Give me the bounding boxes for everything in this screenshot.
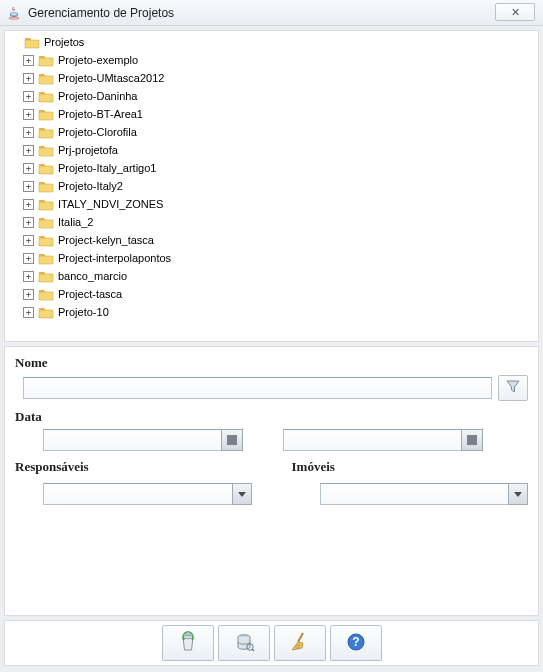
- expander-icon[interactable]: +: [23, 55, 34, 66]
- expander-icon[interactable]: +: [23, 235, 34, 246]
- tree-node-label: Projeto-exemplo: [58, 54, 138, 66]
- chevron-down-icon: [238, 492, 246, 497]
- svg-point-1: [9, 17, 19, 19]
- tree-node[interactable]: +Projeto-Daninha: [9, 87, 534, 105]
- folder-icon: [38, 197, 54, 211]
- expander-icon[interactable]: +: [23, 145, 34, 156]
- tree-node-label: banco_marcio: [58, 270, 127, 282]
- window-title: Gerenciamento de Projetos: [28, 6, 174, 20]
- folder-icon: [38, 107, 54, 121]
- expander-icon[interactable]: +: [23, 181, 34, 192]
- tree-node-label: Projeto-UMtasca2012: [58, 72, 164, 84]
- tree-node-label: Projeto-BT-Area1: [58, 108, 143, 120]
- recycle-bin-icon: [177, 631, 199, 655]
- imoveis-dropdown-button[interactable]: [508, 483, 528, 505]
- database-button[interactable]: [218, 625, 270, 661]
- folder-icon: [38, 71, 54, 85]
- java-icon: [6, 5, 22, 21]
- folder-icon: [38, 179, 54, 193]
- expander-icon[interactable]: +: [23, 91, 34, 102]
- tree-node-label: Projeto-Clorofila: [58, 126, 137, 138]
- folder-icon: [38, 89, 54, 103]
- database-icon: [233, 631, 255, 655]
- tree-node[interactable]: +Projeto-UMtasca2012: [9, 69, 534, 87]
- clear-button[interactable]: [274, 625, 326, 661]
- folder-icon: [24, 35, 40, 49]
- label-nome: Nome: [15, 355, 528, 371]
- tree-node[interactable]: +Projeto-Italy2: [9, 177, 534, 195]
- date-from-picker-button[interactable]: [221, 429, 243, 451]
- broom-icon: [289, 631, 311, 655]
- title-bar: Gerenciamento de Projetos ✕: [0, 0, 543, 26]
- date-from-input[interactable]: [43, 429, 222, 451]
- tree-root-node[interactable]: +Projetos: [9, 33, 534, 51]
- expander-icon[interactable]: +: [23, 127, 34, 138]
- tree-node-label: ITALY_NDVI_ZONES: [58, 198, 163, 210]
- calendar-picker-icon: [467, 435, 477, 445]
- tree-node[interactable]: +Projeto-BT-Area1: [9, 105, 534, 123]
- tree-node-label: Projeto-Daninha: [58, 90, 138, 102]
- help-button[interactable]: ?: [330, 625, 382, 661]
- expander-icon[interactable]: +: [23, 199, 34, 210]
- folder-icon: [38, 251, 54, 265]
- folder-icon: [38, 215, 54, 229]
- label-responsaveis: Responsáveis: [15, 459, 252, 475]
- chevron-down-icon: [514, 492, 522, 497]
- tree-node[interactable]: +Projeto-10: [9, 303, 534, 321]
- tree-node-label: Project-interpolapontos: [58, 252, 171, 264]
- tree-node-label: Project-kelyn_tasca: [58, 234, 154, 246]
- tree-node[interactable]: +Project-interpolapontos: [9, 249, 534, 267]
- svg-text:?: ?: [352, 635, 359, 649]
- tree-node-label: Italia_2: [58, 216, 93, 228]
- close-button[interactable]: ✕: [495, 3, 535, 21]
- tree-node-label: Project-tasca: [58, 288, 122, 300]
- folder-icon: [38, 125, 54, 139]
- folder-icon: [38, 53, 54, 67]
- expander-icon[interactable]: +: [23, 109, 34, 120]
- expander-icon[interactable]: +: [23, 163, 34, 174]
- close-icon: ✕: [511, 6, 520, 19]
- tree-node-label: Projeto-Italy_artigo1: [58, 162, 156, 174]
- folder-icon: [38, 161, 54, 175]
- folder-icon: [38, 269, 54, 283]
- tree-root-label: Projetos: [44, 36, 84, 48]
- tree-node[interactable]: +Italia_2: [9, 213, 534, 231]
- filter-form-panel: Nome Data: [4, 346, 539, 616]
- date-to-picker-button[interactable]: [461, 429, 483, 451]
- filter-button[interactable]: [498, 375, 528, 401]
- folder-icon: [38, 233, 54, 247]
- tree-node[interactable]: +banco_marcio: [9, 267, 534, 285]
- expander-icon[interactable]: +: [23, 73, 34, 84]
- svg-point-0: [10, 12, 18, 15]
- tree-node[interactable]: +Projeto-exemplo: [9, 51, 534, 69]
- tree-node[interactable]: +Project-tasca: [9, 285, 534, 303]
- folder-icon: [38, 287, 54, 301]
- date-to-input[interactable]: [283, 429, 462, 451]
- svg-line-6: [298, 633, 303, 642]
- responsaveis-dropdown-button[interactable]: [232, 483, 252, 505]
- tree-node[interactable]: +Prj-projetofa: [9, 141, 534, 159]
- nome-input[interactable]: [23, 377, 492, 399]
- expander-icon[interactable]: +: [23, 271, 34, 282]
- calendar-picker-icon: [227, 435, 237, 445]
- tree-node-label: Prj-projetofa: [58, 144, 118, 156]
- responsaveis-select[interactable]: [43, 483, 232, 505]
- imoveis-select[interactable]: [320, 483, 509, 505]
- tree-node[interactable]: +Project-kelyn_tasca: [9, 231, 534, 249]
- tree-node[interactable]: +Projeto-Italy_artigo1: [9, 159, 534, 177]
- tree-node[interactable]: +ITALY_NDVI_ZONES: [9, 195, 534, 213]
- delete-button[interactable]: [162, 625, 214, 661]
- bottom-toolbar: ?: [4, 620, 539, 666]
- expander-icon[interactable]: +: [23, 307, 34, 318]
- project-tree-panel: +Projetos+Projeto-exemplo+Projeto-UMtasc…: [4, 30, 539, 342]
- expander-icon[interactable]: +: [23, 289, 34, 300]
- svg-line-5: [252, 649, 254, 651]
- folder-icon: [38, 143, 54, 157]
- label-data: Data: [15, 409, 528, 425]
- expander-icon[interactable]: +: [23, 217, 34, 228]
- folder-icon: [38, 305, 54, 319]
- funnel-icon: [504, 378, 522, 398]
- expander-icon[interactable]: +: [23, 253, 34, 264]
- tree-node[interactable]: +Projeto-Clorofila: [9, 123, 534, 141]
- tree-node-label: Projeto-Italy2: [58, 180, 123, 192]
